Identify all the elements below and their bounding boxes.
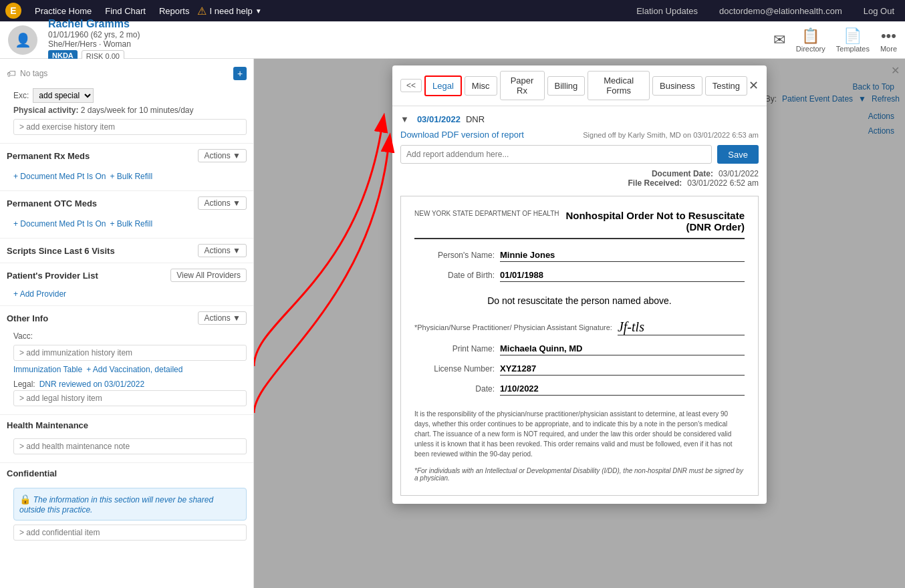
dnr-license-row: License Number: XYZ1287 [414, 363, 745, 376]
scripts-actions[interactable]: Actions ▼ [198, 244, 247, 257]
modal-header: << Legal Misc Paper Rx Billing Medical F… [392, 65, 767, 106]
permanent-otc-meds-content: + Document Med Pt Is On + Bulk Refill [0, 214, 253, 237]
dnr-statement: Do not resuscitate the person named abov… [414, 295, 745, 306]
nav-find-chart[interactable]: Find Chart [100, 6, 151, 16]
dnr-date-row: Date: 1/10/2022 [414, 384, 745, 396]
nav-user-email[interactable]: doctordemo@elationhealth.com [714, 6, 848, 16]
nav-practice-home[interactable]: Practice Home [29, 6, 97, 16]
save-button[interactable]: Save [717, 145, 759, 164]
modal-back-button[interactable]: << [400, 79, 422, 92]
modal-tab-medical-forms[interactable]: Medical Forms [588, 71, 650, 100]
left-panel: 🏷 No tags + Exc: add special Physical ac… [0, 59, 254, 588]
permanent-rx-meds-actions[interactable]: Actions ▼ [198, 149, 247, 162]
add-health-maintenance-note-btn[interactable]: > add health maintenance note [13, 438, 247, 454]
addendum-input[interactable] [400, 145, 712, 164]
dnr-dob-label: Date of Birth: [414, 271, 495, 280]
patient-dob: 01/01/1960 (62 yrs, 2 mo) [48, 30, 140, 39]
add-tag-button[interactable]: + [233, 67, 247, 80]
scripts-section-header[interactable]: Scripts Since Last 6 Visits Actions ▼ [0, 240, 253, 261]
dnr-license-label: License Number: [414, 364, 495, 374]
templates-button[interactable]: 📄 Templates [836, 27, 870, 53]
document-date-label: Document Date: [652, 169, 713, 178]
modal-close-button[interactable]: ✕ [749, 78, 759, 93]
modal-tab-legal[interactable]: Legal [424, 76, 462, 96]
permanent-rx-meds-content: + Document Med Pt Is On + Bulk Refill [0, 166, 253, 189]
dnr-title: Nonhospital Order Not to Resuscitate (DN… [565, 210, 745, 233]
dnr-footer-note: *For individuals with an Intellectual or… [414, 467, 745, 482]
patient-gender: She/Her/Hers · Woman [48, 39, 140, 49]
document-med-pt-on-btn[interactable]: + Document Med Pt Is On [13, 172, 106, 181]
letter-button[interactable]: ✉ [773, 31, 785, 49]
modal-tab-testing[interactable]: Testing [705, 76, 747, 96]
patient-name[interactable]: Rachel Gramms [48, 18, 140, 30]
doc-date-link[interactable]: 03/01/2022 [417, 114, 461, 124]
add-exercise-history-button[interactable]: > add exercise history item [13, 119, 247, 135]
other-info-content: Vacc: > add immunization history item Im… [0, 329, 253, 413]
alert-icon: ⚠ [197, 5, 207, 17]
app-logo: E [5, 3, 21, 19]
signed-off-text: Signed off by Karly Smith, MD on 03/01/2… [583, 131, 759, 139]
dnr-persons-name-label: Person's Name: [414, 251, 495, 260]
modal-tab-business[interactable]: Business [652, 76, 702, 96]
toolbar-right: ✉ 📋 Directory 📄 Templates ••• More [773, 27, 897, 53]
exc-row: Exc: add special [13, 88, 247, 103]
modal-overlay: << Legal Misc Paper Rx Billing Medical F… [254, 59, 905, 588]
dnr-sig-label: *Physician/Nurse Practitioner/ Physician… [414, 323, 612, 331]
physical-activity: Physical activity: 2 days/week for 10 mi… [13, 106, 247, 115]
directory-button[interactable]: 📋 Directory [796, 27, 825, 53]
other-info-header[interactable]: Other Info Actions ▼ [0, 307, 253, 329]
scripts-section-title: Scripts Since Last 6 Visits [7, 246, 115, 256]
add-immunization-history-btn[interactable]: > add immunization history item [13, 345, 247, 361]
main-layout: 🏷 No tags + Exc: add special Physical ac… [0, 59, 905, 588]
templates-icon: 📄 [844, 27, 862, 45]
permanent-rx-meds-header[interactable]: Permanent Rx Meds Actions ▼ [0, 145, 253, 166]
provider-list-title: Patient's Provider List [7, 271, 98, 281]
dnr-footer-text: It is the responsibility of the physicia… [414, 409, 745, 459]
document-med-pt-on-btn-2[interactable]: + Document Med Pt Is On [13, 219, 106, 229]
view-all-providers-btn[interactable]: View All Providers [170, 269, 247, 282]
modal-tab-billing[interactable]: Billing [547, 76, 586, 96]
more-button[interactable]: ••• More [880, 27, 897, 53]
modal: << Legal Misc Paper Rx Billing Medical F… [392, 65, 767, 504]
more-icon: ••• [881, 27, 896, 45]
legal-label: Legal: [13, 380, 35, 389]
bulk-refill-btn-2[interactable]: + Bulk Refill [110, 219, 152, 229]
legal-dnr-link[interactable]: DNR reviewed on 03/01/2022 [39, 380, 144, 389]
permanent-otc-meds-actions[interactable]: Actions ▼ [198, 196, 247, 210]
nav-reports[interactable]: Reports [154, 6, 195, 16]
doc-header: ▼ 03/01/2022 DNR [400, 114, 759, 124]
permanent-otc-meds-title: Permanent OTC Meds [7, 198, 97, 208]
modal-tab-misc[interactable]: Misc [465, 76, 497, 96]
patient-info: Rachel Gramms 01/01/1960 (62 yrs, 2 mo) … [48, 18, 140, 62]
nav-log-out[interactable]: Log Out [858, 6, 900, 16]
dnr-date-value: 1/10/2022 [500, 384, 745, 396]
doc-type: DNR [466, 114, 485, 124]
modal-tab-paper-rx[interactable]: Paper Rx [500, 71, 545, 100]
bulk-refill-btn[interactable]: + Bulk Refill [110, 172, 152, 181]
health-maintenance-content: > add health maintenance note [0, 434, 253, 461]
vacc-label: Vacc: [13, 331, 33, 341]
immunization-table-btn[interactable]: Immunization Table [13, 365, 82, 374]
more-label: More [880, 45, 897, 53]
document-date-value: 03/01/2022 [719, 169, 759, 178]
nav-elation-updates[interactable]: Elation Updates [631, 6, 703, 16]
permanent-otc-meds-header[interactable]: Permanent OTC Meds Actions ▼ [0, 192, 253, 214]
dnr-dob-row: Date of Birth: 01/01/1988 [414, 270, 745, 282]
i-need-help-button[interactable]: I need help ▼ [209, 6, 261, 16]
directory-icon: 📋 [801, 27, 819, 45]
add-vaccination-detailed-btn[interactable]: + Add Vaccination, detailed [86, 365, 182, 374]
permanent-rx-meds-title: Permanent Rx Meds [7, 151, 90, 161]
expand-icon: ▼ [400, 114, 409, 124]
health-maintenance-header[interactable]: Health Maintenance [0, 416, 253, 434]
add-legal-history-btn[interactable]: > add legal history item [13, 390, 247, 406]
add-provider-btn[interactable]: + Add Provider [13, 289, 66, 299]
exc-select[interactable]: add special [33, 88, 94, 103]
provider-list-header[interactable]: Patient's Provider List View All Provide… [0, 265, 253, 286]
doc-date-dnr: ▼ 03/01/2022 DNR [400, 114, 485, 124]
confidential-box: 🔒 The information in this section will n… [13, 488, 247, 521]
download-pdf-link[interactable]: Download PDF version of report [400, 130, 524, 140]
other-info-actions[interactable]: Actions ▼ [198, 311, 247, 325]
add-confidential-item-btn[interactable]: > add confidential item [13, 525, 247, 541]
confidential-header[interactable]: Confidential [0, 464, 253, 482]
dnr-print-name-value: Michaela Quinn, MD [500, 343, 745, 355]
